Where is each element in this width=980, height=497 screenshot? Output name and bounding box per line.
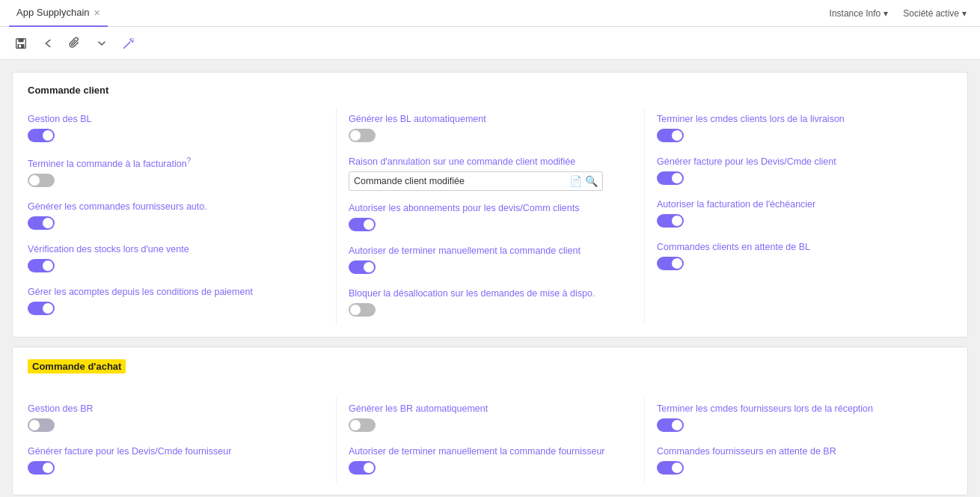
setting-label-acomptes[interactable]: Gérer les acomptes depuis les conditions… bbox=[28, 287, 312, 297]
setting-gestion-br: Gestion des BR bbox=[28, 397, 324, 440]
setting-label-gestion-br[interactable]: Gestion des BR bbox=[28, 403, 312, 414]
setting-label-generer-facture-fourn[interactable]: Générer facture pour les Devis/Cmde four… bbox=[28, 446, 312, 457]
setting-gestion-bl: Gestion des BL bbox=[28, 108, 324, 150]
setting-generer-facture-fourn: Générer facture pour les Devis/Cmde four… bbox=[28, 440, 324, 483]
toggle-generer-bl-auto[interactable] bbox=[349, 129, 376, 142]
setting-label-generer-facture-client[interactable]: Générer facture pour les Devis/Cmde clie… bbox=[657, 156, 940, 167]
toggle-terminer-manuellement-fourn[interactable] bbox=[349, 461, 376, 475]
settings-grid-client: Gestion des BL Terminer la commande à la… bbox=[28, 108, 952, 325]
attach-icon bbox=[68, 37, 82, 50]
back-button[interactable] bbox=[36, 31, 60, 55]
svg-point-7 bbox=[132, 40, 134, 41]
toggle-verif-stocks[interactable] bbox=[28, 259, 55, 272]
toggle-acomptes[interactable] bbox=[28, 302, 55, 315]
instance-info-button[interactable]: Instance Info ▾ bbox=[825, 6, 893, 21]
setting-label-terminer-manuellement-fourn[interactable]: Autoriser de terminer manuellement la co… bbox=[349, 446, 620, 457]
setting-label-generer-commandes-fourn[interactable]: Générer les commandes fournisseurs auto. bbox=[28, 201, 312, 212]
dropdown-icon bbox=[97, 38, 107, 49]
toggle-facturation-echeancier[interactable] bbox=[657, 214, 684, 228]
search-icon[interactable]: 🔍 bbox=[585, 175, 598, 187]
toggle-generer-commandes-fourn[interactable] bbox=[28, 216, 55, 230]
setting-label-bloquer-desallocation[interactable]: Bloquer la désallocation sur les demande… bbox=[349, 288, 620, 299]
setting-label-facturation-echeancier[interactable]: Autoriser la facturation de l'échéancier bbox=[657, 199, 940, 210]
setting-label-terminer-livraison[interactable]: Terminer les cmdes clients lors de la li… bbox=[657, 114, 940, 124]
wand-button[interactable] bbox=[117, 31, 141, 55]
setting-acomptes: Gérer les acomptes depuis les conditions… bbox=[28, 281, 324, 323]
setting-label-terminer-facturation[interactable]: Terminer la commande à la facturation? bbox=[28, 156, 312, 169]
settings-col-1: Générer les BL automatiquement Raison d'… bbox=[336, 108, 644, 325]
setting-label-terminer-manuellement[interactable]: Autoriser de terminer manuellement la co… bbox=[349, 246, 620, 256]
toggle-commandes-attente-br[interactable] bbox=[657, 461, 684, 475]
setting-terminer-livraison: Terminer les cmdes clients lors de la li… bbox=[657, 108, 952, 150]
section-title-commande-client: Commande client bbox=[28, 85, 952, 96]
setting-generer-facture-client: Générer facture pour les Devis/Cmde clie… bbox=[657, 150, 952, 193]
top-bar-actions: Instance Info ▾ Société active ▾ bbox=[825, 6, 971, 21]
svg-rect-3 bbox=[19, 44, 21, 47]
achat-settings-col-1: Générer les BR automatiquement Autoriser… bbox=[336, 397, 644, 483]
settings-col-0: Gestion des BL Terminer la commande à la… bbox=[28, 108, 336, 325]
toggle-bloquer-desallocation[interactable] bbox=[349, 303, 376, 317]
attach-button[interactable] bbox=[63, 31, 87, 55]
section-commande-achat: Commande d'achat Gestion des BR Générer … bbox=[12, 347, 968, 496]
back-icon bbox=[41, 37, 55, 50]
toggle-generer-br-auto[interactable] bbox=[349, 418, 376, 432]
achat-settings-col-2: Terminer les cmdes fournisseurs lors de … bbox=[644, 397, 952, 483]
toggle-terminer-livraison[interactable] bbox=[657, 129, 684, 142]
svg-rect-1 bbox=[18, 38, 23, 42]
svg-line-4 bbox=[124, 42, 130, 48]
toggle-gestion-bl[interactable] bbox=[28, 129, 55, 142]
setting-label-commandes-attente-br[interactable]: Commandes fournisseurs en attente de BR bbox=[657, 446, 940, 457]
setting-label-gestion-bl[interactable]: Gestion des BL bbox=[28, 114, 312, 124]
setting-label-terminer-reception[interactable]: Terminer les cmdes fournisseurs lors de … bbox=[657, 403, 940, 414]
save-icon bbox=[14, 37, 28, 50]
toggle-generer-facture-client[interactable] bbox=[657, 171, 684, 185]
setting-label-generer-br-auto[interactable]: Générer les BR automatiquement bbox=[349, 403, 620, 414]
app-tab[interactable]: App Supplychain × bbox=[9, 0, 108, 27]
setting-label-commandes-attente-bl[interactable]: Commandes clients en attente de BL bbox=[657, 242, 940, 252]
toggle-commandes-attente-bl[interactable] bbox=[657, 257, 684, 270]
tab-close-icon[interactable]: × bbox=[94, 7, 100, 18]
document-icon[interactable]: 📄 bbox=[569, 175, 582, 187]
toggle-abonnements[interactable] bbox=[349, 218, 376, 231]
setting-label-verif-stocks[interactable]: Vérification des stocks lors d'une vente bbox=[28, 244, 312, 254]
setting-terminer-facturation: Terminer la commande à la facturation? bbox=[28, 150, 324, 195]
tab-bar: App Supplychain × bbox=[9, 0, 108, 27]
setting-bloquer-desallocation: Bloquer la désallocation sur les demande… bbox=[349, 282, 632, 325]
instance-info-label: Instance Info bbox=[830, 8, 881, 19]
setting-terminer-reception: Terminer les cmdes fournisseurs lors de … bbox=[657, 397, 952, 440]
save-button[interactable] bbox=[9, 31, 33, 55]
setting-generer-commandes-fourn: Générer les commandes fournisseurs auto. bbox=[28, 195, 324, 238]
section-commande-client: Commande client Gestion des BL Terminer … bbox=[12, 72, 968, 338]
setting-label-abonnements[interactable]: Autoriser les abonnements pour les devis… bbox=[349, 203, 620, 213]
settings-grid-achat: Gestion des BR Générer facture pour les … bbox=[28, 397, 952, 483]
setting-terminer-manuellement-fourn: Autoriser de terminer manuellement la co… bbox=[349, 440, 632, 483]
top-bar: App Supplychain × Instance Info ▾ Sociét… bbox=[0, 0, 980, 27]
raison-annulation-input[interactable] bbox=[354, 176, 566, 186]
section-title-commande-achat: Commande d'achat bbox=[28, 359, 952, 385]
toggle-terminer-facturation[interactable] bbox=[28, 174, 55, 187]
settings-col-2: Terminer les cmdes clients lors de la li… bbox=[644, 108, 952, 325]
toggle-generer-facture-fourn[interactable] bbox=[28, 461, 55, 475]
svg-point-8 bbox=[133, 37, 134, 38]
setting-generer-br-auto: Générer les BR automatiquement bbox=[349, 397, 632, 440]
achat-settings-col-0: Gestion des BR Générer facture pour les … bbox=[28, 397, 336, 483]
section-title-achat-label: Commande d'achat bbox=[28, 359, 126, 373]
tab-label: App Supplychain bbox=[16, 7, 90, 18]
setting-raison-annulation: Raison d'annulation sur une commande cli… bbox=[349, 150, 632, 197]
setting-commandes-attente-br: Commandes fournisseurs en attente de BR bbox=[657, 440, 952, 483]
dropdown-button[interactable] bbox=[90, 31, 114, 55]
setting-generer-bl-auto: Générer les BL automatiquement bbox=[349, 108, 632, 150]
toggle-gestion-br[interactable] bbox=[28, 418, 55, 432]
setting-label-raison-annulation[interactable]: Raison d'annulation sur une commande cli… bbox=[349, 156, 620, 167]
raison-annulation-input-wrapper: 📄 🔍 bbox=[349, 171, 603, 191]
wand-icon bbox=[122, 37, 135, 50]
setting-facturation-echeancier: Autoriser la facturation de l'échéancier bbox=[657, 193, 952, 236]
toolbar bbox=[0, 27, 980, 60]
setting-terminer-manuellement: Autoriser de terminer manuellement la co… bbox=[349, 240, 632, 282]
toggle-terminer-manuellement[interactable] bbox=[349, 260, 376, 274]
societe-active-dropdown-icon: ▾ bbox=[962, 8, 967, 19]
setting-verif-stocks: Vérification des stocks lors d'une vente bbox=[28, 238, 324, 281]
societe-active-button[interactable]: Société active ▾ bbox=[898, 6, 971, 21]
toggle-terminer-reception[interactable] bbox=[657, 418, 684, 432]
setting-label-generer-bl-auto[interactable]: Générer les BL automatiquement bbox=[349, 114, 620, 124]
